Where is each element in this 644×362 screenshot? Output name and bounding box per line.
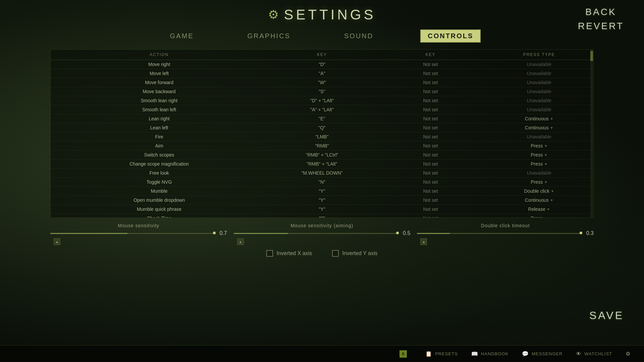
cell-key1-14[interactable]: "Y" [268,188,376,194]
table-row[interactable]: Smooth lean left "A" + "LAlt" Not set Un… [51,105,593,114]
cell-key1-9[interactable]: "RMB" [268,143,376,148]
tab-sound[interactable]: SOUND [337,29,380,43]
cell-key1-10[interactable]: "RMB" + "LCtrl" [268,152,376,158]
cell-key1-12[interactable]: "M.WHEEL DOWN" [268,170,376,176]
cell-press-type-13[interactable]: Press ▼ [485,179,593,185]
cell-key2-16[interactable]: Not set [376,206,485,212]
settings-icon-button[interactable]: ⚙ [626,351,631,357]
cell-key2-5[interactable]: Not set [376,107,485,112]
dropdown-arrow-13[interactable]: ▼ [544,180,547,184]
table-row[interactable]: Mumble quick phrase "Y" Not set Release … [51,205,593,214]
inverted-x-box[interactable] [266,250,273,257]
table-row[interactable]: Smooth lean right "D" + "LAlt" Not set U… [51,96,593,105]
table-row[interactable]: Aim "RMB" Not set Press ▼ [51,141,593,150]
cell-key2-17[interactable]: Not set [376,216,485,218]
cell-key2-8[interactable]: Not set [376,134,485,139]
cell-press-type-10[interactable]: Press ▼ [485,152,593,158]
cell-key2-3[interactable]: Not set [376,89,485,94]
mouse-sensitivity-aiming-track[interactable] [234,233,398,234]
dropdown-arrow-9[interactable]: ▼ [544,144,547,148]
save-button[interactable]: SAVE [589,309,624,322]
cell-press-type-6[interactable]: Continuous ▼ [485,116,593,121]
cell-key2-1[interactable]: Not set [376,71,485,76]
cell-key1-5[interactable]: "A" + "LAlt" [268,107,376,112]
table-row[interactable]: Fire "LMB" Not set Unavailable [51,132,593,141]
table-row[interactable]: Move left "A" Not set Unavailable [51,69,593,78]
dropdown-arrow-7[interactable]: ▼ [550,126,553,130]
dropdown-arrow-16[interactable]: ▼ [547,207,550,211]
cell-key2-14[interactable]: Not set [376,188,485,194]
dropdown-arrow-6[interactable]: ▼ [550,117,553,121]
scrollbar-thumb[interactable] [590,51,593,61]
double-click-timeout-up[interactable]: ▲ [420,238,427,245]
cell-key2-0[interactable]: Not set [376,62,485,67]
scrollbar[interactable] [590,49,593,218]
cell-key2-9[interactable]: Not set [376,143,485,148]
table-row[interactable]: Move forward "W" Not set Unavailable [51,78,593,87]
dropdown-arrow-15[interactable]: ▼ [550,198,553,202]
cell-key2-15[interactable]: Not set [376,197,485,203]
mouse-sensitivity-up[interactable]: ▲ [54,238,60,245]
cell-key2-13[interactable]: Not set [376,179,485,185]
cell-key2-12[interactable]: Not set [376,170,485,176]
cell-press-type-7[interactable]: Continuous ▼ [485,125,593,130]
table-row[interactable]: Move right "D" Not set Unavailable [51,60,593,69]
mouse-sensitivity-thumb[interactable] [213,232,216,234]
cell-key1-7[interactable]: "Q" [268,125,376,130]
dropdown-arrow-17[interactable]: ▼ [544,217,547,218]
table-row[interactable]: Toggle NVG "N" Not set Press ▼ [51,178,593,187]
table-row[interactable]: Free look "M.WHEEL DOWN" Not set Unavail… [51,169,593,178]
cell-key1-16[interactable]: "Y" [268,206,376,212]
inverted-x-checkbox[interactable]: Inverted X axis [266,250,312,257]
double-click-timeout-track[interactable] [417,233,581,234]
table-row[interactable]: Lean right "E" Not set Continuous ▼ [51,114,593,123]
cell-press-type-14[interactable]: Double click ▼ [485,188,593,194]
tab-game[interactable]: GAME [163,29,201,43]
cell-key1-6[interactable]: "E" [268,116,376,121]
cell-key2-10[interactable]: Not set [376,152,485,158]
table-row[interactable]: Lean left "Q" Not set Continuous ▼ [51,123,593,132]
table-row[interactable]: Mumble "Y" Not set Double click ▼ [51,187,593,196]
inverted-y-box[interactable] [332,250,339,257]
dropdown-arrow-11[interactable]: ▼ [544,162,547,166]
cell-key2-6[interactable]: Not set [376,116,485,121]
cell-key2-11[interactable]: Not set [376,161,485,167]
cell-key2-2[interactable]: Not set [376,80,485,85]
dropdown-arrow-14[interactable]: ▼ [551,189,554,193]
presets-button[interactable]: 📋 PRESETS [425,351,458,357]
messenger-button[interactable]: 💬 MESSENGER [522,351,562,357]
mouse-sensitivity-aiming-thumb[interactable] [396,232,399,234]
dropdown-arrow-10[interactable]: ▼ [544,153,547,157]
cell-press-type-11[interactable]: Press ▼ [485,161,593,167]
cell-key1-11[interactable]: "RMB" + "LAlt" [268,161,376,167]
table-row[interactable]: Move backward "S" Not set Unavailable [51,87,593,96]
cell-key1-13[interactable]: "N" [268,179,376,185]
back-button[interactable]: BACK [578,7,624,17]
cell-press-type-15[interactable]: Continuous ▼ [485,197,593,203]
cell-press-type-9[interactable]: Press ▼ [485,143,593,148]
handbook-button[interactable]: 📖 HANDBOOK [471,351,508,357]
cell-key1-17[interactable]: "0" [268,216,376,218]
cell-key2-4[interactable]: Not set [376,98,485,103]
cell-key1-8[interactable]: "LMB" [268,134,376,139]
double-click-timeout-thumb[interactable] [580,232,582,234]
revert-button[interactable]: REVERT [578,21,624,32]
table-row[interactable]: Open mumble dropdown "Y" Not set Continu… [51,196,593,205]
tab-graphics[interactable]: GRAPHICS [240,29,297,43]
cell-key1-0[interactable]: "D" [268,62,376,67]
tab-controls[interactable]: CONTROLS [420,29,481,43]
table-row[interactable]: Check Time "0" Not set Press ▼ [51,214,593,218]
watchlist-button[interactable]: 👁 WATCHLIST [576,351,612,357]
cell-press-type-17[interactable]: Press ▼ [485,216,593,218]
cell-key1-15[interactable]: "Y" [268,197,376,203]
table-row[interactable]: Switch scopes "RMB" + "LCtrl" Not set Pr… [51,150,593,160]
cell-press-type-16[interactable]: Release ▼ [485,206,593,212]
inverted-y-checkbox[interactable]: Inverted Y axis [332,250,377,257]
cell-key1-3[interactable]: "S" [268,89,376,94]
cell-key2-7[interactable]: Not set [376,125,485,130]
cell-key1-2[interactable]: "W" [268,80,376,85]
table-row[interactable]: Change scope magnification "RMB" + "LAlt… [51,160,593,169]
mouse-sensitivity-track[interactable] [50,233,214,234]
cell-key1-1[interactable]: "A" [268,71,376,76]
mouse-sensitivity-aiming-up[interactable]: ▲ [237,238,244,245]
